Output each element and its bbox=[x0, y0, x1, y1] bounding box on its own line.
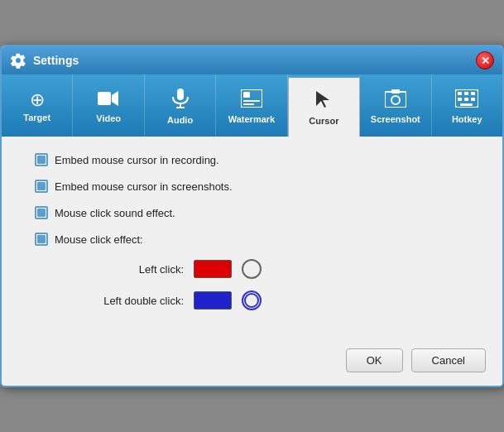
label-mouse-click-effect: Mouse click effect: bbox=[55, 233, 143, 246]
option-mouse-click-sound: Mouse click sound effect. bbox=[35, 206, 478, 219]
color-section: Left click: Left double click: bbox=[84, 259, 478, 310]
tab-audio[interactable]: Audio bbox=[145, 74, 216, 137]
svg-rect-10 bbox=[385, 92, 406, 108]
svg-rect-15 bbox=[464, 92, 468, 95]
target-icon: ⊕ bbox=[30, 91, 45, 109]
checkbox-mouse-click-sound[interactable] bbox=[35, 206, 48, 219]
svg-rect-18 bbox=[464, 98, 468, 101]
svg-rect-12 bbox=[391, 89, 400, 94]
tab-hotkey[interactable]: Hotkey bbox=[432, 74, 502, 137]
footer: OK Cancel bbox=[2, 338, 502, 386]
title-bar: Settings ✕ bbox=[2, 46, 502, 74]
audio-icon bbox=[171, 89, 190, 112]
settings-window: Settings ✕ ⊕ Target Video bbox=[0, 45, 504, 387]
tab-watermark[interactable]: Watermark bbox=[216, 74, 287, 137]
color-swatch-left-double-click[interactable] bbox=[194, 291, 232, 310]
tab-cursor-label: Cursor bbox=[309, 116, 338, 126]
tab-target[interactable]: ⊕ Target bbox=[2, 74, 73, 137]
tab-video[interactable]: Video bbox=[73, 74, 144, 137]
checkbox-mouse-click-effect[interactable] bbox=[35, 233, 48, 246]
label-left-click: Left click: bbox=[84, 263, 184, 276]
tab-screenshot-label: Screenshot bbox=[371, 114, 420, 124]
tab-target-label: Target bbox=[23, 113, 50, 122]
label-left-double-click: Left double click: bbox=[84, 295, 184, 307]
cancel-button[interactable]: Cancel bbox=[411, 348, 486, 372]
color-row-left-click: Left click: bbox=[84, 259, 478, 279]
watermark-icon bbox=[241, 89, 262, 111]
svg-marker-9 bbox=[316, 91, 329, 108]
settings-icon bbox=[10, 52, 26, 69]
ring-icon-left-click[interactable] bbox=[242, 259, 262, 279]
svg-rect-19 bbox=[471, 98, 475, 101]
svg-rect-20 bbox=[460, 103, 473, 106]
svg-rect-14 bbox=[458, 92, 462, 95]
tab-bar: ⊕ Target Video Audio bbox=[2, 74, 502, 137]
svg-marker-1 bbox=[112, 91, 118, 106]
content-area: Embed mouse cursor in recording. Embed m… bbox=[2, 137, 502, 338]
option-embed-cursor-screenshots: Embed mouse cursor in screenshots. bbox=[35, 180, 478, 193]
ok-button[interactable]: OK bbox=[346, 348, 403, 372]
label-mouse-click-sound: Mouse click sound effect. bbox=[55, 207, 175, 219]
checkbox-embed-cursor-recording[interactable] bbox=[35, 153, 48, 166]
tab-video-label: Video bbox=[96, 113, 121, 123]
label-embed-cursor-screenshots: Embed mouse cursor in screenshots. bbox=[55, 180, 233, 193]
hotkey-icon bbox=[455, 89, 478, 111]
option-mouse-click-effect: Mouse click effect: bbox=[35, 233, 478, 246]
option-embed-cursor-recording: Embed mouse cursor in recording. bbox=[35, 153, 478, 166]
svg-rect-6 bbox=[243, 92, 250, 98]
screenshot-icon bbox=[385, 89, 406, 111]
svg-rect-16 bbox=[471, 92, 475, 95]
tab-screenshot[interactable]: Screenshot bbox=[360, 74, 431, 137]
close-button[interactable]: ✕ bbox=[476, 51, 494, 70]
svg-rect-2 bbox=[177, 89, 184, 100]
ring-icon-left-double-click[interactable] bbox=[242, 290, 262, 310]
checkbox-embed-cursor-screenshots[interactable] bbox=[35, 180, 48, 193]
tab-cursor[interactable]: Cursor bbox=[288, 76, 360, 137]
cursor-icon bbox=[314, 89, 333, 113]
svg-rect-17 bbox=[458, 98, 462, 101]
window-title: Settings bbox=[33, 54, 476, 67]
svg-rect-0 bbox=[98, 92, 111, 105]
color-swatch-left-click[interactable] bbox=[194, 260, 232, 278]
label-embed-cursor-recording: Embed mouse cursor in recording. bbox=[55, 154, 219, 166]
tab-audio-label: Audio bbox=[167, 115, 193, 125]
video-icon bbox=[98, 90, 119, 110]
color-row-left-double-click: Left double click: bbox=[84, 290, 478, 310]
svg-point-11 bbox=[391, 96, 400, 104]
tab-hotkey-label: Hotkey bbox=[452, 114, 482, 124]
tab-watermark-label: Watermark bbox=[228, 114, 275, 124]
